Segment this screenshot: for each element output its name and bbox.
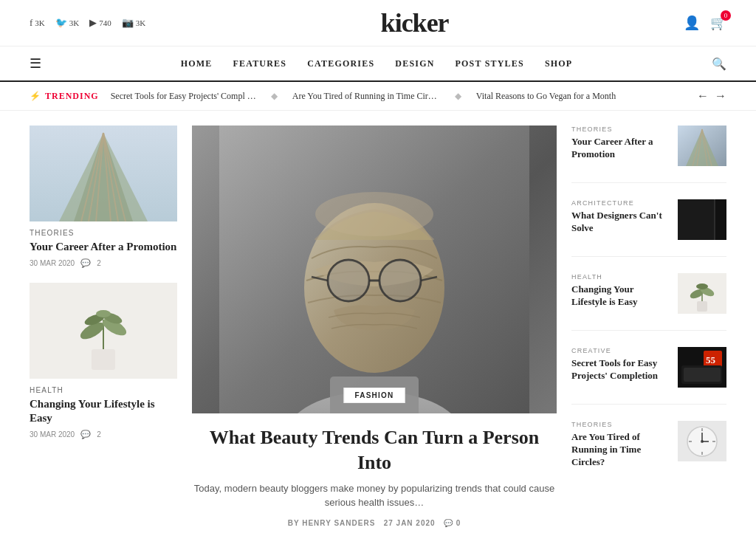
facebook-count: 3K [35, 18, 44, 27]
trending-item-1[interactable]: Secret Tools for Easy Projects' Compl … [111, 91, 256, 102]
nav-post-styles[interactable]: POST STYLES [456, 58, 524, 69]
nav-bar: ☰ HOME FEATURES CATEGORIES DESIGN POST S… [0, 47, 756, 82]
left-card-1-image[interactable] [30, 126, 177, 221]
trending-items: Secret Tools for Easy Projects' Compl … … [111, 91, 685, 102]
right-item-1-title[interactable]: Your Career After a Promotion [571, 136, 669, 161]
youtube-icon: ▶ [89, 17, 97, 29]
left-card-1: THEORIES Your Career After a Promotion 3… [30, 126, 177, 268]
left-card-2-comments: 2 [97, 430, 101, 439]
right-item-5-title[interactable]: Are You Tired of Running in Time Circles… [571, 431, 669, 469]
right-item-5-category: THEORIES [571, 421, 669, 428]
left-card-2-date: 30 MAR 2020 [30, 430, 75, 439]
right-item-4-image[interactable]: 55 [678, 347, 726, 388]
svg-text:55: 55 [706, 354, 716, 365]
right-item-5: THEORIES Are You Tired of Running in Tim… [571, 421, 726, 485]
main-content: THEORIES Your Career After a Promotion 3… [0, 111, 756, 542]
right-item-3-title[interactable]: Changing Your Lifestyle is Easy [571, 283, 669, 309]
featured-date: 27 JAN 2020 💬 0 [378, 519, 461, 527]
hamburger-menu[interactable]: ☰ [30, 55, 41, 72]
trending-prev[interactable]: ← [697, 89, 709, 103]
right-item-1-text: THEORIES Your Career After a Promotion [571, 126, 669, 161]
trending-item-2[interactable]: Are You Tired of Running in Time Circl… [292, 91, 440, 102]
trending-bar: ⚡ TRENDING Secret Tools for Easy Project… [0, 82, 756, 111]
social-instagram[interactable]: 📷 3K [122, 17, 145, 29]
right-item-1-category: THEORIES [571, 126, 669, 133]
top-right-icons: 👤 🛒 0 [684, 15, 726, 31]
right-item-2: ARCHITECTURE What Designers Can't Solve [571, 199, 726, 257]
right-item-5-text: THEORIES Are You Tired of Running in Tim… [571, 421, 669, 469]
featured-author[interactable]: HENRY SANDERS [302, 519, 375, 527]
left-card-1-meta: 30 MAR 2020 💬 2 [30, 258, 177, 268]
left-column: THEORIES Your Career After a Promotion 3… [30, 126, 177, 527]
svg-point-28 [315, 192, 433, 236]
featured-image[interactable]: FASHION [192, 126, 557, 413]
main-nav: HOME FEATURES CATEGORIES DESIGN POST STY… [41, 58, 712, 69]
right-item-4-category: CREATIVE [571, 347, 669, 354]
featured-excerpt: Today, modern beauty bloggers make money… [192, 481, 557, 510]
right-item-2-text: ARCHITECTURE What Designers Can't Solve [571, 199, 669, 235]
right-item-3-image[interactable] [678, 273, 726, 314]
featured-byline: BY HENRY SANDERS 27 JAN 2020 💬 0 [192, 519, 557, 527]
svg-point-16 [96, 310, 111, 317]
right-item-1-image[interactable] [678, 126, 726, 166]
left-card-2-category: HEALTH [30, 386, 177, 394]
nav-categories[interactable]: CATEGORIES [307, 58, 374, 69]
svg-point-23 [329, 261, 368, 300]
right-item-2-title[interactable]: What Designers Can't Solve [571, 210, 669, 235]
right-item-3-text: HEALTH Changing Your Lifestyle is Easy [571, 273, 669, 309]
twitter-icon: 🐦 [55, 17, 67, 29]
trending-arrows: ← → [697, 89, 726, 103]
svg-rect-49 [684, 368, 721, 382]
svg-point-24 [380, 261, 420, 300]
comment-icon-1: 💬 [80, 258, 91, 268]
search-icon[interactable]: 🔍 [712, 57, 726, 71]
right-item-5-image[interactable] [678, 421, 726, 461]
left-card-2: HEALTH Changing Your Lifestyle is Easy 3… [30, 283, 177, 439]
by-label: BY [288, 519, 303, 527]
top-bar: f 3K 🐦 3K ▶ 740 📷 3K kicker 👤 🛒 0 [0, 0, 756, 47]
facebook-icon: f [30, 17, 32, 29]
svg-rect-40 [697, 301, 707, 312]
trending-label: ⚡ TRENDING [30, 91, 99, 102]
social-youtube[interactable]: ▶ 740 [89, 17, 111, 29]
nav-home[interactable]: HOME [181, 58, 213, 69]
social-twitter[interactable]: 🐦 3K [55, 17, 79, 29]
featured-category-tag: FASHION [344, 388, 405, 403]
left-card-2-meta: 30 MAR 2020 💬 2 [30, 430, 177, 439]
right-item-4-text: CREATIVE Secret Tools for Easy Projects'… [571, 347, 669, 382]
center-column: FASHION What Beauty Trends Can Turn a Pe… [192, 126, 557, 527]
left-card-2-title[interactable]: Changing Your Lifestyle is Easy [30, 397, 177, 426]
svg-rect-10 [92, 349, 115, 370]
right-item-4: CREATIVE Secret Tools for Easy Projects'… [571, 347, 726, 405]
left-card-2-image[interactable] [30, 283, 177, 379]
featured-title[interactable]: What Beauty Trends Can Turn a Person Int… [192, 425, 557, 475]
right-item-3: HEALTH Changing Your Lifestyle is Easy [571, 273, 726, 331]
svg-rect-37 [678, 199, 715, 240]
trending-next[interactable]: → [715, 89, 726, 103]
right-item-1: THEORIES Your Career After a Promotion [571, 126, 726, 183]
comment-icon-2: 💬 [80, 430, 91, 439]
youtube-count: 740 [99, 18, 111, 27]
left-card-1-date: 30 MAR 2020 [30, 259, 75, 267]
social-links: f 3K 🐦 3K ▶ 740 📷 3K [30, 17, 145, 29]
nav-design[interactable]: DESIGN [395, 58, 434, 69]
left-card-1-category: THEORIES [30, 229, 177, 237]
nav-shop[interactable]: SHOP [545, 58, 572, 69]
instagram-icon: 📷 [122, 17, 134, 29]
nav-features[interactable]: FEATURES [233, 58, 286, 69]
user-icon[interactable]: 👤 [684, 15, 700, 31]
bolt-icon: ⚡ [30, 91, 41, 102]
featured-img-bg [192, 126, 557, 413]
left-card-1-title[interactable]: Your Career After a Promotion [30, 240, 177, 255]
right-item-4-title[interactable]: Secret Tools for Easy Projects' Completi… [571, 357, 669, 382]
trending-item-3[interactable]: Vital Reasons to Go Vegan for a Month [476, 91, 616, 102]
site-title[interactable]: kicker [381, 7, 449, 38]
instagram-count: 3K [136, 18, 145, 27]
twitter-count: 3K [69, 18, 79, 27]
cart-icon[interactable]: 🛒 0 [710, 15, 726, 31]
cart-count: 0 [721, 10, 731, 21]
svg-point-44 [696, 283, 708, 289]
right-item-2-image[interactable] [678, 199, 726, 240]
left-card-1-comments: 2 [97, 259, 101, 267]
social-facebook[interactable]: f 3K [30, 17, 45, 29]
